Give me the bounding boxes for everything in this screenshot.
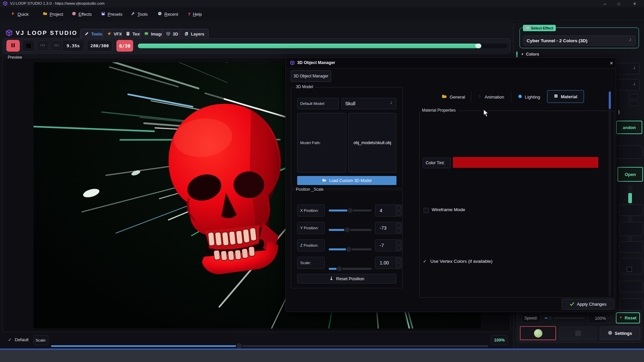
material-group-title: Material Properties — [420, 108, 458, 113]
chevron-down-icon: ┘ — [390, 101, 393, 106]
tab-general[interactable]: General — [436, 91, 471, 103]
preview-scale-handle[interactable] — [236, 343, 243, 349]
z-position-label: Z Position: — [297, 239, 325, 251]
status-strip — [0, 350, 644, 362]
skip-forward-icon — [54, 43, 59, 48]
scale-spinner[interactable] — [396, 258, 401, 268]
dialog-scrollbar-thumb[interactable] — [609, 92, 611, 109]
scale-label: Scale: — [34, 335, 48, 345]
speed-slider[interactable] — [545, 317, 584, 319]
y-position-label: Y Position: — [297, 222, 325, 234]
x-position-spinner[interactable] — [396, 205, 401, 216]
stop-button[interactable] — [22, 40, 35, 52]
timeline-scrubber[interactable] — [138, 44, 507, 48]
small-square-fragment — [627, 267, 632, 272]
tab-lighting[interactable]: Lighting — [511, 91, 547, 103]
menu-project[interactable]: Project — [43, 10, 63, 18]
timeline-fill — [138, 44, 478, 48]
model-path-value: obj_models/skull.obj — [348, 113, 396, 173]
menu-help[interactable]: ? Help — [188, 10, 202, 18]
minimize-button[interactable]: – — [599, 0, 610, 7]
play-icon — [478, 95, 482, 100]
speed-slider-handle[interactable] — [547, 315, 553, 321]
check-icon — [570, 302, 575, 307]
scale-handle[interactable] — [336, 266, 342, 272]
z-position-handle[interactable] — [346, 246, 352, 252]
x-position-slider[interactable] — [329, 209, 372, 212]
menu-effects[interactable]: Effects — [72, 10, 92, 18]
random-button-fragment[interactable]: andon — [616, 121, 642, 134]
pause-button[interactable] — [6, 40, 20, 52]
default-label: Default — [15, 337, 29, 342]
object-manager-dialog: 3D Object Manager ✕ 3D Object Manager 3D… — [285, 57, 616, 312]
preview-scale-slider[interactable] — [51, 345, 488, 347]
scale-row-label: Scale: — [297, 257, 325, 269]
scale-value[interactable]: 1.00 — [375, 257, 402, 269]
maximize-button[interactable]: □ — [613, 0, 625, 7]
reset-position-button[interactable]: Reset Position — [297, 274, 396, 284]
speed-spinner[interactable] — [606, 314, 611, 322]
reset-button[interactable]: Reset — [616, 312, 640, 323]
box-fragment — [620, 281, 643, 292]
dialog-title: 3D Object Manager — [297, 60, 335, 65]
open-button-fragment[interactable]: Open — [618, 167, 643, 182]
select-effect-badge: Select Effect — [523, 25, 556, 31]
default-checkbox[interactable]: ✓ — [8, 337, 12, 342]
model-group-title: 3D Model — [294, 84, 315, 89]
x-position-handle[interactable] — [347, 207, 353, 214]
y-position-slider[interactable] — [329, 229, 372, 231]
color-tint-swatch[interactable] — [453, 157, 598, 168]
menu-tools[interactable]: Tools — [131, 10, 148, 18]
default-model-value: Skull — [345, 101, 355, 106]
dialog-close-button[interactable]: ✕ — [608, 59, 615, 67]
skip-back-button[interactable] — [37, 41, 48, 51]
menu-recent[interactable]: Recent — [158, 10, 178, 18]
lightning-icon — [619, 315, 623, 320]
folder-icon — [322, 178, 326, 183]
box-fragment — [620, 222, 643, 236]
z-position-value[interactable]: -7 — [375, 239, 402, 251]
colors-section-header[interactable]: ▼ Colors — [521, 52, 539, 57]
brand-title: VJ LOOP STUDIO — [16, 30, 77, 37]
dialog-scrollbar[interactable] — [608, 91, 611, 296]
apply-changes-button[interactable]: Apply Changes — [561, 299, 614, 310]
x-position-label: X Position: — [297, 204, 325, 217]
load-model-button[interactable]: Load Custom 3D Model — [297, 176, 396, 185]
app-cube-icon — [3, 1, 8, 7]
tab-animation[interactable]: Animation — [471, 91, 511, 103]
spinner-fragment[interactable] — [629, 94, 638, 99]
brand-cube-icon — [5, 29, 13, 38]
vertex-colors-checkbox[interactable]: ✓ — [423, 259, 427, 264]
record-color-button[interactable] — [520, 326, 556, 340]
frame-counter: 280/300 — [87, 40, 112, 52]
y-position-spinner[interactable] — [396, 223, 401, 233]
green-ball-icon — [534, 329, 542, 338]
timeline-handle[interactable] — [475, 44, 481, 48]
z-position-spinner[interactable] — [396, 240, 401, 250]
wireframe-checkbox[interactable] — [424, 208, 429, 213]
dialog-tab[interactable]: 3D Object Manager — [291, 70, 331, 82]
panel-scrollbar-thumb[interactable] — [628, 193, 632, 203]
effect-dropdown[interactable]: Cyber Tunnel - 2 Colors (3D) ┘ — [523, 36, 636, 46]
spinner-fragment[interactable] — [629, 101, 638, 106]
loop-counter-button[interactable]: 6/30 — [116, 40, 133, 52]
title-bar: VJ LOOP STUDIO 1.3.0 - https://www.vjloo… — [0, 0, 644, 8]
scale-slider[interactable] — [329, 268, 372, 270]
menu-presets[interactable]: Presets — [101, 10, 122, 18]
tab-material[interactable]: Material — [547, 90, 584, 103]
folder-icon — [43, 11, 47, 17]
sparkle-icon — [107, 32, 111, 37]
dialog-titlebar[interactable]: 3D Object Manager ✕ — [286, 58, 616, 68]
menu-quick[interactable]: Quick — [11, 10, 29, 18]
x-position-value[interactable]: 4 — [375, 204, 402, 217]
settings-button[interactable]: Settings — [600, 326, 640, 340]
close-button[interactable]: ✕ — [628, 0, 641, 7]
z-position-slider[interactable] — [329, 248, 372, 250]
skip-forward-button[interactable] — [51, 41, 62, 51]
default-model-dropdown[interactable]: Skull ┘ — [341, 98, 396, 109]
cube-icon — [166, 32, 170, 37]
blank-color-button[interactable] — [559, 326, 596, 340]
chevron-down-icon: ┘ — [629, 38, 632, 43]
y-position-value[interactable]: -73 — [375, 222, 402, 234]
y-position-handle[interactable] — [344, 227, 350, 233]
